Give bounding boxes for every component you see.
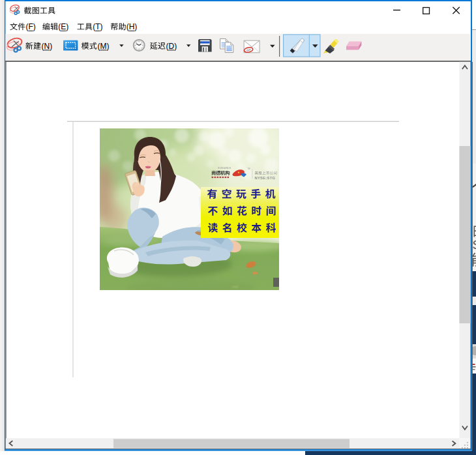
svg-text:(T): (T) [93,22,102,31]
svg-text:S: S [473,239,476,252]
svg-text:(M): (M) [98,42,110,51]
svg-text:(E): (E) [58,22,68,31]
svg-text:NYSE:STG: NYSE:STG [255,176,276,180]
svg-text:(F): (F) [25,22,35,31]
svg-text:(N): (N) [42,42,53,51]
svg-text:TM: TM [248,168,251,170]
svg-text:SUNLANDS: SUNLANDS [218,167,231,169]
svg-text:(H): (H) [126,22,138,31]
svg-text:(D): (D) [166,42,177,51]
